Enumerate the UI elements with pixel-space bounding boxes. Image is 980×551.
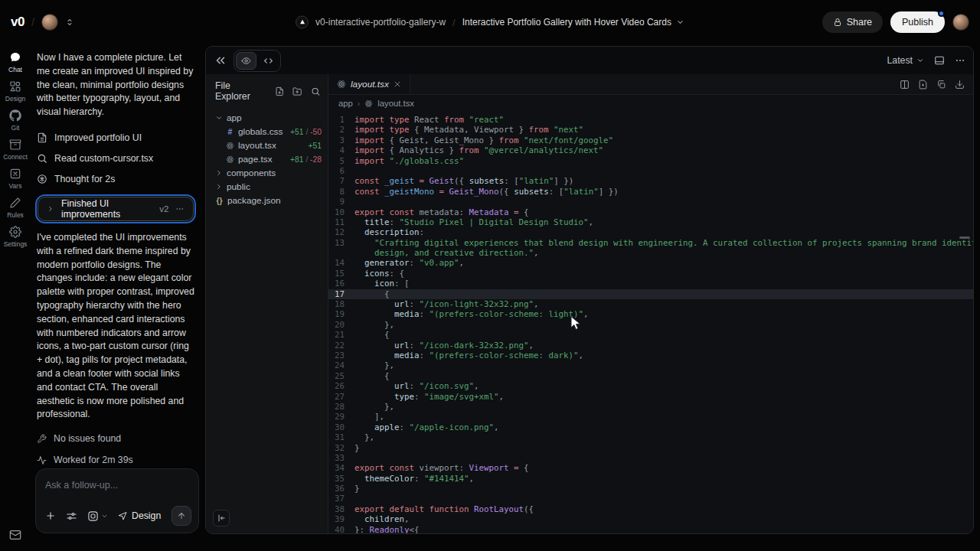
tree-item-components[interactable]: components [206, 166, 328, 180]
code-line: 2import type { Metadata, Viewport } from… [328, 125, 973, 135]
file-tree: app#globals.css+51 / -50layout.tsx+51pag… [206, 106, 328, 207]
file-diff-icon[interactable] [918, 80, 928, 90]
version-card[interactable]: Finished UI improvements v2 [38, 197, 194, 221]
plus-icon[interactable] [45, 510, 56, 521]
chevron-down-icon [676, 18, 684, 26]
chevron-updown-icon[interactable] [65, 18, 74, 27]
design-cursor-icon [118, 511, 127, 520]
collapse-panel-icon[interactable] [214, 54, 227, 67]
status-label: No issues found [54, 433, 121, 444]
new-file-icon[interactable] [275, 86, 284, 96]
share-button[interactable]: Share [822, 11, 883, 33]
tree-item-app[interactable]: app [206, 111, 328, 125]
design-mode-chip[interactable]: Design [118, 510, 161, 521]
line-content: title: "Studio Pixel | Digital Design St… [354, 217, 593, 227]
more-icon[interactable] [175, 204, 185, 214]
line-content: icon: [ [354, 279, 410, 289]
chat-title-dropdown[interactable]: Interactive Portfolio Gallery with Hover… [462, 17, 684, 28]
code-line: 20 }, [328, 320, 973, 330]
download-icon[interactable] [955, 80, 965, 90]
close-icon[interactable] [394, 80, 401, 88]
preview-toggle[interactable] [236, 52, 256, 70]
code-line: 4import { Analytics } from "@vercel/anal… [328, 145, 973, 155]
code-toggle[interactable] [258, 52, 279, 70]
followup-input[interactable] [45, 480, 189, 491]
chevron-right-icon [47, 205, 54, 213]
code-line: 12 description: [328, 227, 973, 237]
code-line: 18 url: "/icon-light-32x32.png", [328, 299, 973, 309]
tree-item-globals-css[interactable]: #globals.css+51 / -50 [206, 125, 328, 139]
copy-icon[interactable] [936, 80, 946, 90]
tree-item-page-tsx[interactable]: page.tsx+81 / -28 [206, 152, 328, 166]
line-number: 35 [328, 474, 354, 484]
code-line: 1import type React from "react" [328, 115, 973, 125]
split-view-icon[interactable] [900, 80, 910, 90]
rail-item-git[interactable]: Git [0, 109, 31, 132]
line-content: }, [354, 360, 394, 370]
code-line: 31 }, [328, 432, 973, 442]
line-content: import { Geist, Geist_Mono } from "next/… [354, 135, 613, 145]
rail-item-chat[interactable]: Chat [0, 51, 31, 73]
status-label: Worked for 2m 39s [54, 455, 133, 465]
publish-notification-dot [938, 10, 945, 17]
breadcrumb-app[interactable]: app [338, 99, 353, 108]
rail-item-label: Design [5, 95, 25, 103]
line-content: children, [354, 514, 410, 524]
code-line: 26 url: "/icon.svg", [328, 381, 973, 391]
more-icon[interactable] [955, 55, 965, 66]
chevron-down-icon [215, 114, 223, 122]
tree-item-public[interactable]: public [206, 180, 328, 194]
mail-icon[interactable] [9, 529, 21, 541]
line-number [328, 248, 354, 258]
chat-status-list: No issues foundWorked for 2m 39s [37, 428, 194, 471]
task-item[interactable]: Improved portfolio UI [37, 128, 194, 148]
line-number: 7 [328, 176, 354, 186]
line-number: 11 [328, 217, 354, 227]
rail-item-rules[interactable]: Rules [0, 197, 31, 219]
code-line: 24 }, [328, 360, 973, 370]
line-number: 17 [328, 289, 354, 299]
line-number: 1 [328, 115, 354, 125]
rail-item-connect[interactable]: Connect [0, 139, 31, 161]
publish-button[interactable]: Publish [890, 11, 945, 33]
line-content: }, [354, 402, 394, 412]
line-content: ], [354, 412, 384, 422]
project-name[interactable]: v0-interactive-portfolio-gallery-w [315, 17, 446, 28]
line-content: "Crafting digital experiences that blend… [354, 238, 973, 248]
code-line: 39 children, [328, 514, 973, 524]
composer[interactable]: Design [35, 468, 199, 533]
tab-layout-tsx[interactable]: layout.tsx [328, 74, 410, 94]
vars-icon [9, 168, 21, 180]
breadcrumb-file[interactable]: layout.tsx [377, 99, 414, 108]
publish-label: Publish [902, 17, 933, 28]
tree-item-layout-tsx[interactable]: layout.tsx+51 [206, 139, 328, 152]
line-number: 8 [328, 187, 354, 197]
line-number: 29 [328, 412, 354, 422]
search-icon[interactable] [311, 86, 320, 96]
tree-item-package-json[interactable]: {}package.json [206, 194, 328, 207]
code-editor[interactable]: 1import type React from "react"2import t… [328, 112, 973, 533]
line-content: import type { Metadata, Viewport } from … [354, 125, 583, 135]
rail-item-settings[interactable]: Settings [0, 226, 31, 248]
user-avatar[interactable] [952, 14, 969, 31]
tab-label: layout.tsx [351, 79, 389, 90]
breadcrumb-separator: / [452, 16, 456, 28]
task-item[interactable]: Read custom-cursor.tsx [37, 148, 194, 169]
line-content: const _geist = Geist({ subsets: ["latin"… [354, 176, 573, 186]
version-badge: v2 [159, 204, 168, 214]
rail-item-design[interactable]: Design [0, 80, 31, 103]
model-selector[interactable] [87, 510, 108, 522]
line-number: 30 [328, 422, 354, 432]
lock-icon [833, 18, 842, 27]
sliders-icon[interactable] [66, 510, 77, 522]
task-item[interactable]: Thought for 2s [37, 169, 194, 190]
line-number: 25 [328, 371, 354, 381]
rail-item-vars[interactable]: Vars [0, 168, 31, 190]
version-selector[interactable]: Latest [887, 55, 925, 66]
collapse-explorer-button[interactable] [213, 510, 230, 527]
new-folder-icon[interactable] [292, 86, 302, 96]
send-button[interactable] [172, 506, 191, 526]
browser-window-icon[interactable] [934, 55, 945, 66]
team-avatar[interactable] [41, 14, 58, 31]
code-line: 32} [328, 443, 973, 453]
